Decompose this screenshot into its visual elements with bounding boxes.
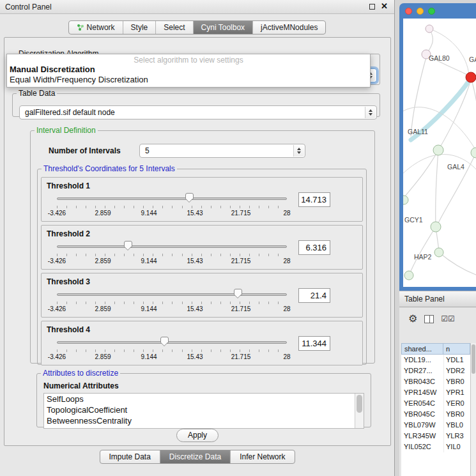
threshold-slider-3[interactable] xyxy=(57,289,287,300)
scale-label: 21.715 xyxy=(231,257,251,265)
network-edge[interactable] xyxy=(411,55,427,136)
network-node[interactable] xyxy=(433,145,443,155)
attributes-scrollbar[interactable] xyxy=(355,394,364,428)
network-node[interactable] xyxy=(426,25,433,33)
select-all-icon[interactable]: ☑☑ xyxy=(441,314,455,323)
threshold-slider-1[interactable] xyxy=(57,193,287,204)
slider-scale: -3.4262.8599.14415.4321.71528 xyxy=(57,353,287,361)
tab-style[interactable]: Style xyxy=(123,21,157,34)
slider-thumb[interactable] xyxy=(124,241,132,247)
network-edge[interactable] xyxy=(438,82,470,150)
scale-label: 15.43 xyxy=(187,353,203,360)
thresholds-title: Threshold's Coordinates for 5 Intervals xyxy=(42,164,177,173)
threshold-slider-4[interactable] xyxy=(57,337,287,348)
number-of-intervals-combo[interactable]: 5 xyxy=(139,144,305,158)
network-edge[interactable] xyxy=(429,29,469,75)
bottom-tabs: Impute DataDiscretize DataInfer Network xyxy=(99,450,295,464)
columns-icon[interactable] xyxy=(424,315,434,323)
tab-network[interactable]: Network xyxy=(69,21,123,34)
slider-track xyxy=(57,197,287,200)
numerical-attributes-list[interactable]: SelfLoopsTopologicalCoefficientBetweenne… xyxy=(43,393,364,429)
apply-button[interactable]: Apply xyxy=(176,429,219,442)
table-row[interactable]: YLR345WYLR3 xyxy=(401,431,470,441)
threshold-value-2[interactable]: 6.316 xyxy=(298,240,330,255)
network-edge[interactable] xyxy=(471,77,476,150)
threshold-slider-2[interactable] xyxy=(57,241,287,252)
network-edge[interactable] xyxy=(403,150,438,199)
scale-label: 28 xyxy=(283,353,290,360)
table-row[interactable]: YBL079WYBL0 xyxy=(401,420,470,431)
cell-name: YBL0 xyxy=(443,420,470,431)
cell-name: YER0 xyxy=(443,398,470,409)
cell-shared-name: YLR345W xyxy=(401,431,443,441)
close-icon[interactable]: ✕ xyxy=(381,3,388,10)
table-row[interactable]: YBR045CYBR0 xyxy=(401,409,470,420)
tab-infer-network[interactable]: Infer Network xyxy=(231,450,294,463)
float-window-icon[interactable] xyxy=(369,4,375,10)
attribute-item[interactable]: BetweennessCentrality xyxy=(44,415,364,426)
table-scrollbar[interactable] xyxy=(470,343,476,476)
column-header-name[interactable]: n xyxy=(443,343,470,355)
attribute-item[interactable]: SelfLoops xyxy=(44,394,364,404)
scale-label: -3.426 xyxy=(48,353,66,360)
threshold-value-1[interactable]: 14.713 xyxy=(298,192,330,207)
control-panel-titlebar: Control Panel ✕ xyxy=(0,0,394,14)
network-node-selected[interactable] xyxy=(466,72,476,82)
tab-label: Select xyxy=(164,23,185,32)
interval-definition-group: Interval Definition Number of Intervals … xyxy=(30,126,375,364)
table-row[interactable]: YDL19...YDL1 xyxy=(401,355,470,365)
slider-thumb[interactable] xyxy=(160,337,169,343)
zoom-window-icon[interactable] xyxy=(428,8,435,15)
network-node[interactable] xyxy=(431,222,441,232)
tab-select[interactable]: Select xyxy=(156,21,193,34)
node-label: GCY1 xyxy=(404,216,423,224)
network-edge[interactable] xyxy=(439,252,476,277)
threshold-block-3: Threshold 3-3.4262.8599.14415.4321.71528… xyxy=(41,273,363,318)
table-row[interactable]: YIL052CYIL0 xyxy=(401,441,470,452)
algorithm-option-equal-width-frequency-discretization[interactable]: Equal Width/Frequency Discretization xyxy=(7,74,370,84)
table-panel-header[interactable]: Table Panel xyxy=(399,291,476,307)
network-node[interactable] xyxy=(434,248,443,257)
scale-label: 9.144 xyxy=(141,210,157,217)
table-data-combo[interactable]: galFiltered.sif default node xyxy=(19,105,377,119)
number-of-intervals-value: 5 xyxy=(145,146,150,155)
scale-label: -3.426 xyxy=(48,257,66,265)
cell-shared-name: YDR27... xyxy=(401,365,443,376)
minimize-window-icon[interactable] xyxy=(417,8,424,15)
slider-thumb[interactable] xyxy=(185,193,194,199)
scale-label: 15.43 xyxy=(187,305,203,312)
slider-thumb[interactable] xyxy=(234,289,242,295)
table-row[interactable]: YPR145WYPR1 xyxy=(401,387,470,398)
gear-icon[interactable]: ⚙ xyxy=(408,314,417,324)
tab-cyni-toolbox[interactable]: Cyni Toolbox xyxy=(194,21,253,34)
cell-shared-name: YBR043C xyxy=(401,376,443,387)
threshold-value-4[interactable]: 11.344 xyxy=(298,336,330,351)
tab-label: jActiveMNodules xyxy=(261,23,318,32)
network-node[interactable] xyxy=(471,148,476,158)
network-canvas[interactable]: GAL80GAGAL11GAL4GCY1HAP2 xyxy=(403,19,476,287)
slider-scale: -3.4262.8599.14415.4321.71528 xyxy=(57,257,287,265)
cell-name: YBR0 xyxy=(443,376,470,387)
threshold-value-3[interactable]: 21.4 xyxy=(298,288,330,303)
column-header-shared-name[interactable]: shared... xyxy=(401,343,443,355)
network-edge[interactable] xyxy=(410,227,436,274)
tab-label: Style xyxy=(131,23,148,32)
table-row[interactable]: YBR043CYBR0 xyxy=(401,376,470,387)
attribute-item[interactable]: TopologicalCoefficient xyxy=(44,404,364,415)
scale-label: 28 xyxy=(283,210,290,217)
network-node[interactable] xyxy=(403,196,408,204)
network-edge[interactable] xyxy=(436,150,438,226)
tab-jactivemnodules[interactable]: jActiveMNodules xyxy=(253,21,325,34)
network-node[interactable] xyxy=(404,271,413,280)
table-row[interactable]: YDR27...YDR2 xyxy=(401,365,470,376)
node-label: GAL80 xyxy=(429,54,450,62)
window-controls xyxy=(405,8,435,15)
control-panel: Control Panel ✕ NetworkStyleSelectCyni T… xyxy=(0,0,395,476)
slider-ticks xyxy=(57,206,288,208)
cell-name: YDR2 xyxy=(443,365,470,376)
algorithm-option-manual-discretization[interactable]: Manual Discretization xyxy=(7,64,370,74)
tab-impute-data[interactable]: Impute Data xyxy=(100,450,160,463)
close-window-icon[interactable] xyxy=(405,8,412,15)
table-row[interactable]: YER054CYER0 xyxy=(401,398,470,409)
tab-discretize-data[interactable]: Discretize Data xyxy=(160,450,231,463)
